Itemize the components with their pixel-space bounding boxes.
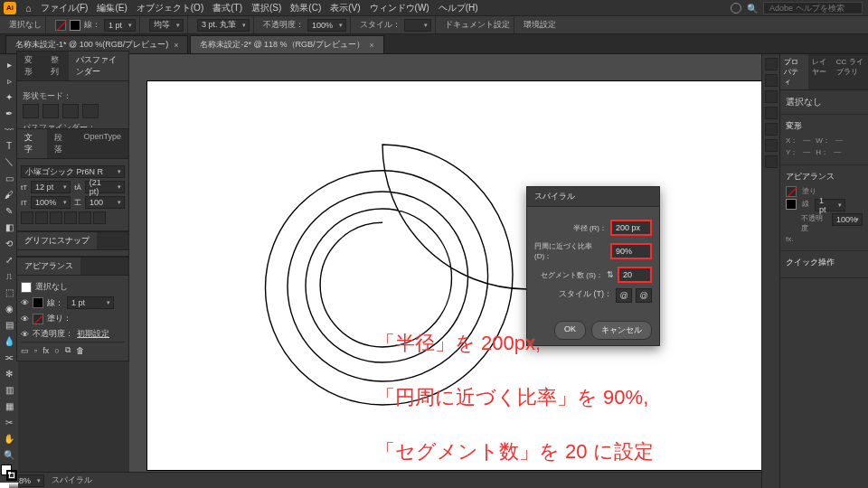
eyedropper-tool[interactable]: 💧 (0, 333, 18, 349)
style-dropdown[interactable] (404, 19, 431, 32)
hand-tool[interactable]: ✋ (0, 430, 18, 446)
tab-appearance[interactable]: アピアランス (17, 258, 80, 275)
blend-tool[interactable]: ⫘ (0, 349, 18, 365)
opacity-dropdown[interactable]: 100% (307, 19, 346, 32)
panel-icon[interactable] (765, 74, 778, 87)
fill-stroke-swatches[interactable] (1, 465, 17, 481)
curvature-tool[interactable]: 〰 (0, 121, 18, 137)
eraser-tool[interactable]: ◧ (0, 219, 18, 235)
brush-dropdown[interactable]: 3 pt. 丸筆 (197, 19, 250, 32)
leading-dropdown[interactable]: (21 pt) (85, 181, 125, 193)
fill-swatch[interactable] (786, 186, 797, 197)
stroke-weight-dropdown[interactable]: 1 pt (67, 296, 114, 309)
menu-select[interactable]: 選択(S) (251, 2, 281, 14)
radius-input[interactable] (610, 220, 652, 236)
eye-icon[interactable]: 👁 (21, 330, 29, 339)
fill-swatch[interactable] (55, 20, 66, 31)
snap-icon[interactable] (64, 211, 77, 224)
panel-icon[interactable] (765, 139, 778, 152)
fx-icon[interactable]: fx (42, 346, 49, 355)
width-tool[interactable]: ⎍ (0, 267, 18, 284)
menu-window[interactable]: ウィンドウ(W) (370, 2, 429, 14)
tab-doc-2[interactable]: 名称未設定-2* @ 118 %（RGB/プレビュー）× (190, 35, 383, 53)
tab-paragraph[interactable]: 段落 (47, 129, 77, 158)
menu-effect[interactable]: 効果(C) (290, 2, 321, 14)
stepper-icon[interactable]: ⇅ (607, 270, 614, 279)
trash-icon[interactable]: 🗑 (76, 346, 84, 355)
menu-edit[interactable]: 編集(E) (97, 2, 127, 14)
segments-input[interactable] (618, 267, 652, 283)
panel-icon[interactable] (765, 155, 778, 168)
stroke-swatch[interactable] (70, 20, 80, 31)
panel-icon[interactable]: ▭ (21, 346, 29, 355)
magic-wand-tool[interactable]: ✦ (0, 89, 18, 105)
opacity-dropdown[interactable]: 100% (832, 213, 863, 226)
color-mode-icons[interactable] (0, 483, 18, 488)
tab-properties[interactable]: プロパティ (780, 54, 808, 89)
menu-view[interactable]: 表示(V) (330, 2, 360, 14)
align-dropdown[interactable]: 均等 (149, 19, 184, 32)
free-transform-tool[interactable]: ⬚ (0, 284, 18, 300)
tab-transform[interactable]: 変形 (17, 52, 43, 80)
zoom-tool[interactable]: 🔍 (0, 446, 18, 463)
prefs-button[interactable]: 環境設定 (524, 19, 556, 31)
snap-icon[interactable] (21, 211, 33, 224)
stroke-weight-dropdown[interactable]: 1 pt (815, 199, 845, 211)
scale-tool[interactable]: ⤢ (0, 251, 18, 267)
rotate-tool[interactable]: ⟲ (0, 235, 18, 251)
intersect-icon[interactable] (62, 104, 79, 118)
tab-pathfinder[interactable]: パスファインダー (69, 52, 128, 80)
appearance-swatch[interactable] (21, 282, 32, 293)
artboard-tool[interactable]: ▦ (0, 398, 18, 414)
slice-tool[interactable]: ✂ (0, 414, 18, 430)
ok-button[interactable]: OK (554, 321, 586, 340)
tab-opentype[interactable]: OpenType (76, 129, 128, 158)
tracking-dropdown[interactable]: 100% (31, 196, 71, 209)
menu-type[interactable]: 書式(T) (212, 2, 242, 14)
opacity-value[interactable]: 初期設定 (77, 328, 109, 340)
pen-tool[interactable]: ✒ (0, 105, 18, 121)
brush-tool[interactable]: 🖌 (0, 186, 18, 202)
tab-cc-libraries[interactable]: CC ライブラリ (833, 54, 868, 89)
exclude-icon[interactable] (82, 104, 99, 118)
gradient-tool[interactable]: ▤ (0, 316, 18, 333)
graph-tool[interactable]: ▥ (0, 381, 18, 398)
fill-swatch[interactable] (33, 314, 43, 324)
close-icon[interactable]: × (174, 41, 178, 50)
snap-icon[interactable] (93, 211, 106, 224)
font-family-dropdown[interactable]: 小塚ゴシック Pr6N R (21, 165, 125, 178)
panel-icon[interactable] (765, 123, 778, 136)
panel-icon[interactable]: ▫ (34, 346, 37, 355)
cloud-icon[interactable] (731, 3, 741, 14)
cancel-button[interactable]: キャンセル (591, 321, 652, 340)
unite-icon[interactable] (23, 104, 39, 118)
eye-icon[interactable]: 👁 (21, 314, 29, 324)
spiral-style-ccw-icon[interactable]: @ (636, 288, 652, 303)
line-tool[interactable]: ＼ (0, 154, 18, 170)
spiral-style-cw-icon[interactable]: @ (616, 288, 632, 303)
menu-file[interactable]: ファイル(F) (41, 2, 89, 14)
eye-icon[interactable]: 👁 (21, 298, 29, 307)
fx-icon[interactable]: fx. (786, 235, 793, 243)
panel-icon[interactable] (765, 107, 778, 119)
clear-icon[interactable]: ○ (54, 346, 59, 355)
stroke-swatch[interactable] (786, 199, 797, 210)
home-icon[interactable]: ⌂ (25, 3, 32, 14)
snap-icon[interactable] (35, 211, 48, 224)
selection-tool[interactable]: ▸ (0, 56, 18, 72)
snap-icon[interactable] (79, 211, 91, 224)
help-search-input[interactable] (763, 2, 863, 14)
minus-front-icon[interactable] (42, 104, 59, 118)
stroke-swatch[interactable] (33, 297, 43, 308)
kerning-dropdown[interactable]: 100 (85, 196, 125, 209)
snap-icon[interactable] (50, 211, 62, 224)
panel-icon[interactable] (765, 58, 778, 70)
menu-object[interactable]: オブジェクト(O) (137, 2, 203, 14)
symbol-tool[interactable]: ✻ (0, 365, 18, 381)
panel-icon[interactable] (765, 90, 778, 103)
tab-layers[interactable]: レイヤー (808, 54, 833, 89)
direct-select-tool[interactable]: ▹ (0, 72, 18, 89)
type-tool[interactable]: T (0, 137, 18, 154)
decay-input[interactable] (610, 243, 652, 259)
close-icon[interactable]: × (370, 41, 374, 50)
